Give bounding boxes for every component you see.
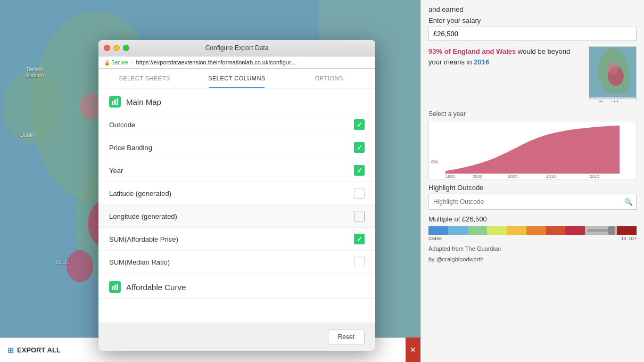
close-button[interactable]: ✕ xyxy=(406,338,420,362)
color-bar xyxy=(428,226,637,235)
svg-text:2000: 2000 xyxy=(473,174,483,179)
color-seg-7 xyxy=(546,226,566,235)
svg-point-3 xyxy=(3,69,61,144)
salary-input[interactable] xyxy=(428,27,637,41)
mini-map-label: About Maps xyxy=(589,100,636,102)
checkbox-latitude[interactable] xyxy=(354,188,365,199)
window-controls xyxy=(104,45,129,51)
color-seg-3 xyxy=(468,226,488,235)
checkbox-sum-affordable[interactable]: ✓ xyxy=(354,234,365,244)
tab-options[interactable]: OPTIONS xyxy=(283,69,375,88)
bar-label-10plus: 10+ xyxy=(629,236,637,241)
color-seg-9 xyxy=(617,226,637,235)
chart-svg: 0% 1995 2000 2005 2010 2015 xyxy=(429,121,636,179)
bar-label-6: 6 xyxy=(439,236,442,241)
color-seg-4 xyxy=(487,226,507,235)
modal-tabs: SELECT SHEETS SELECT COLUMNS OPTIONS xyxy=(98,69,375,88)
modal-body: Main Map Outcode ✓ Price Banding ✓ Year … xyxy=(98,88,375,323)
lock-icon: 🔒 xyxy=(104,60,110,65)
adapted-text: Adapted from The Guardian xyxy=(428,245,637,252)
color-seg-1 xyxy=(428,226,448,235)
chart-bar-icon-2 xyxy=(111,283,119,291)
svg-rect-26 xyxy=(112,286,113,290)
column-row-sum-median: SUM(Median Ratio) xyxy=(98,251,375,274)
svg-text:2015: 2015 xyxy=(590,174,600,179)
modal-title: Configure Export Data xyxy=(205,44,269,52)
svg-rect-23 xyxy=(112,101,113,105)
checkmark-outcode: ✓ xyxy=(357,121,362,128)
main-map-icon xyxy=(109,96,121,108)
maximize-window-button[interactable] xyxy=(123,45,129,51)
svg-text:1995: 1995 xyxy=(445,174,456,179)
stat-percent: 93% of England and Wales xyxy=(428,47,516,55)
top-text: and earned xyxy=(428,5,637,13)
export-icon: ⊞ xyxy=(7,346,14,355)
tab-select-sheets[interactable]: SELECT SHEETS xyxy=(98,69,191,88)
export-all-label: EXPORT ALL xyxy=(17,346,61,354)
secure-label: Secure xyxy=(111,60,128,65)
chart-section-label: Select a year xyxy=(428,110,637,118)
svg-text:2010: 2010 xyxy=(546,174,556,179)
affordable-curve-section-header: Affordable Curve xyxy=(98,274,375,299)
column-row-outcode: Outcode ✓ xyxy=(98,113,375,136)
multiple-label: Multiple of £26,500 xyxy=(428,215,637,223)
checkmark-year: ✓ xyxy=(357,167,362,174)
column-row-sum-affordable: SUM(Affordable Price) ✓ xyxy=(98,228,375,251)
color-seg-6 xyxy=(526,226,546,235)
column-row-longitude: Longitude (generated) xyxy=(98,205,375,228)
svg-rect-27 xyxy=(114,285,116,290)
right-panel: and earned Enter your salary 93% of Engl… xyxy=(420,0,644,362)
stat-year: 2016 xyxy=(474,58,489,66)
svg-rect-24 xyxy=(114,100,116,105)
svg-text:0%: 0% xyxy=(431,159,438,164)
search-icon[interactable]: 🔍 xyxy=(621,194,636,209)
color-seg-8 xyxy=(565,226,585,235)
svg-point-9 xyxy=(80,93,101,120)
svg-point-8 xyxy=(67,250,93,282)
affordable-curve-icon xyxy=(109,281,121,293)
highlight-outcode-input[interactable] xyxy=(429,195,621,208)
checkmark-price-banding: ✓ xyxy=(357,144,362,151)
main-map-section-name: Main Map xyxy=(126,97,161,106)
column-label-price-banding: Price Banding xyxy=(109,144,152,152)
tab-select-columns[interactable]: SELECT COLUMNS xyxy=(191,69,283,88)
color-seg-2 xyxy=(448,226,468,235)
checkbox-price-banding[interactable]: ✓ xyxy=(354,142,365,153)
address-bar[interactable]: 🔒 Secure | https://exportdataextension.t… xyxy=(98,56,375,69)
bar-label-10: 10 xyxy=(621,236,626,241)
checkbox-year[interactable]: ✓ xyxy=(354,165,365,176)
modal-footer: Reset xyxy=(98,323,375,351)
separator: | xyxy=(131,59,133,65)
mini-map[interactable]: About Maps xyxy=(589,46,637,102)
svg-text:2005: 2005 xyxy=(508,174,518,179)
color-bar-labels: 2 3 4 5 6 10 10+ xyxy=(428,236,637,241)
checkbox-sum-median[interactable] xyxy=(354,257,365,267)
column-row-price-banding: Price Banding ✓ xyxy=(98,136,375,159)
checkbox-longitude[interactable] xyxy=(354,211,365,221)
salary-label: Enter your salary xyxy=(428,17,637,24)
column-label-longitude: Longitude (generated) xyxy=(109,212,177,220)
color-seg-5 xyxy=(507,226,526,235)
checkbox-outcode[interactable]: ✓ xyxy=(354,119,365,130)
slider-area[interactable] xyxy=(585,226,617,235)
modal-window: Configure Export Data 🔒 Secure | https:/… xyxy=(98,40,375,351)
column-label-year: Year xyxy=(109,167,123,175)
chart-bar-icon xyxy=(111,98,119,105)
affordable-curve-section-name: Affordable Curve xyxy=(126,283,186,292)
highlight-input-row[interactable]: 🔍 xyxy=(428,194,637,210)
minimize-window-button[interactable] xyxy=(113,45,120,51)
svg-point-16 xyxy=(608,62,618,75)
reset-button[interactable]: Reset xyxy=(328,330,365,344)
close-window-button[interactable] xyxy=(104,45,110,51)
modal-titlebar: Configure Export Data xyxy=(98,40,375,56)
highlight-outcode-label: Highlight Outcode xyxy=(428,184,637,192)
svg-rect-28 xyxy=(117,284,118,290)
chart-area[interactable]: 0% 1995 2000 2005 2010 2015 xyxy=(428,121,637,179)
main-map-section-header: Main Map xyxy=(98,88,375,113)
export-all-button[interactable]: ⊞ EXPORT ALL xyxy=(7,346,61,355)
column-row-year: Year ✓ xyxy=(98,159,375,182)
checkmark-sum-affordable: ✓ xyxy=(357,236,362,243)
mini-map-svg xyxy=(589,47,637,97)
column-label-sum-affordable: SUM(Affordable Price) xyxy=(109,235,178,243)
url-text[interactable]: https://exportdataextension.theinformati… xyxy=(136,59,296,65)
